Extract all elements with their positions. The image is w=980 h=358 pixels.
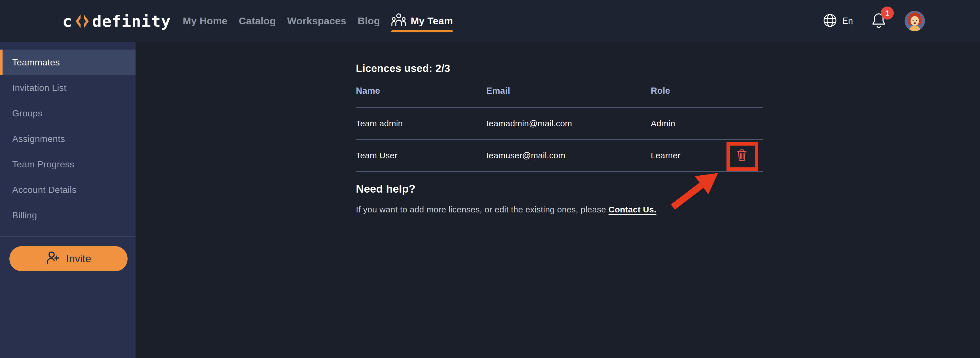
nav-label: My Team (410, 15, 453, 27)
sidebar-item-label: Assignments (12, 134, 65, 144)
team-people-icon (391, 13, 406, 29)
table-header-row: Name Email Role (356, 75, 763, 108)
cell-email: teamuser@mail.com (486, 150, 651, 160)
nav-label: Blog (358, 15, 380, 27)
header-actions: En 1 (823, 11, 925, 31)
main-nav: My Home Catalog Workspaces Blog My Tea (183, 0, 453, 42)
trash-icon (737, 149, 747, 162)
contact-us-link[interactable]: Contact Us. (609, 205, 657, 214)
column-header-role: Role (651, 86, 763, 96)
nav-item-catalog[interactable]: Catalog (239, 0, 275, 42)
sidebar-item-billing[interactable]: Billing (0, 203, 135, 228)
sidebar-menu: Teammates Invitation List Groups Assignm… (0, 42, 135, 228)
code-brackets-icon (72, 12, 92, 30)
sidebar-item-account-details[interactable]: Account Details (0, 177, 135, 203)
language-label: En (842, 16, 853, 26)
sidebar-item-team-progress[interactable]: Team Progress (0, 152, 135, 177)
need-help-text: If you want to add more licenses, or edi… (356, 205, 763, 214)
cell-email: teamadmin@mail.com (486, 119, 651, 128)
invite-button[interactable]: Invite (10, 246, 127, 271)
notification-badge: 1 (881, 6, 894, 19)
annotation-arrow (0, 0, 980, 358)
language-selector[interactable]: En (823, 13, 853, 29)
codefinity-logo[interactable]: c definity (62, 12, 171, 30)
invite-button-label: Invite (66, 253, 91, 265)
sidebar-item-assignments[interactable]: Assignments (0, 126, 135, 152)
need-help-body-text: If you want to add more licenses, or edi… (356, 205, 606, 214)
globe-icon (823, 13, 837, 29)
sidebar-item-label: Team Progress (12, 159, 74, 169)
sidebar-item-teammates[interactable]: Teammates (0, 49, 135, 75)
nav-item-workspaces[interactable]: Workspaces (287, 0, 347, 42)
column-header-name: Name (356, 86, 486, 96)
sidebar-divider (0, 236, 135, 236)
licences-used-title: Licences used: 2/3 (356, 63, 450, 74)
nav-label: Workspaces (287, 15, 347, 27)
nav-item-my-home[interactable]: My Home (183, 0, 228, 42)
cell-name: Team admin (356, 119, 486, 128)
table-row: Team admin teamadmin@mail.com Admin (356, 108, 763, 139)
nav-label: Catalog (239, 15, 275, 27)
nav-label: My Home (183, 15, 228, 27)
sidebar-item-groups[interactable]: Groups (0, 101, 135, 126)
cell-role: Admin (651, 119, 763, 128)
sidebar-item-label: Account Details (12, 185, 76, 195)
person-add-icon (46, 251, 60, 266)
active-item-bar (0, 49, 3, 75)
sidebar-item-invitation-list[interactable]: Invitation List (0, 75, 135, 101)
user-avatar[interactable] (905, 11, 925, 31)
column-header-email: Email (486, 86, 651, 96)
need-help-title: Need help? (356, 183, 763, 195)
team-sidebar: Teammates Invitation List Groups Assignm… (0, 42, 135, 358)
top-header: c definity My Home Catalog Workspaces Bl… (0, 0, 980, 42)
nav-item-blog[interactable]: Blog (358, 0, 380, 42)
teammates-table: Name Email Role Team admin teamadmin@mai… (356, 75, 763, 172)
delete-teammate-button[interactable] (734, 146, 750, 165)
table-row: Team User teamuser@mail.com Learner (356, 139, 763, 172)
logo-text-suffix: definity (92, 12, 171, 30)
sidebar-item-label: Invitation List (12, 83, 66, 93)
need-help-section: Need help? If you want to add more licen… (356, 183, 763, 214)
cell-name: Team User (356, 150, 486, 160)
nav-item-my-team[interactable]: My Team (391, 0, 453, 42)
active-tab-underline (391, 30, 453, 32)
notifications-button[interactable]: 1 (871, 12, 886, 30)
sidebar-item-label: Groups (12, 108, 43, 119)
sidebar-item-label: Teammates (12, 57, 60, 68)
logo-text-prefix: c (62, 12, 72, 30)
sidebar-item-label: Billing (12, 210, 37, 221)
